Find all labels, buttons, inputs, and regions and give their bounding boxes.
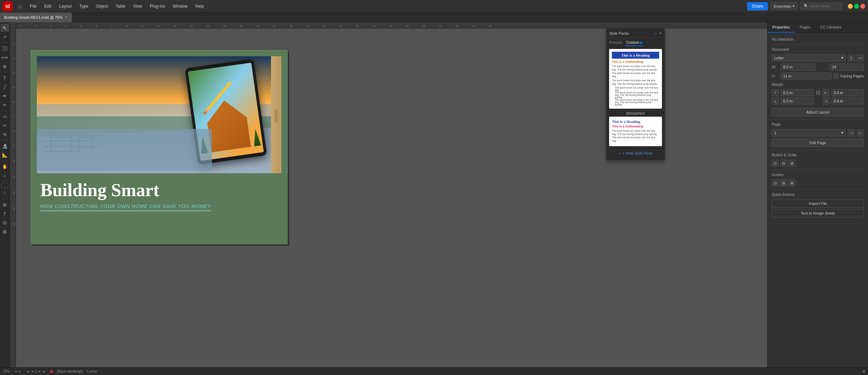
tree-right — [252, 128, 261, 146]
scissors-tool-button[interactable]: ✂ — [1, 121, 9, 130]
page-next-nav[interactable]: ► — [38, 369, 41, 373]
margin-bottom-input[interactable]: 0.5 in — [781, 98, 813, 105]
guide-toggle-3[interactable]: ⊞ — [788, 180, 795, 186]
style-pack-card-1[interactable]: This is a Heading This is a Subheading T… — [609, 49, 662, 109]
no-selection-label: No Selection — [772, 37, 864, 41]
workspace-selector[interactable]: Essentials ▾ — [771, 2, 798, 10]
page-next-button[interactable]: ▷ — [857, 130, 864, 136]
type-tool-button[interactable]: T — [1, 74, 9, 82]
content-collector-button[interactable]: ⊕ — [1, 62, 9, 70]
sp-card2-heading: This is a Heading — [612, 119, 659, 124]
new-style-pack-button[interactable]: + + New Style Pack — [609, 149, 662, 157]
zoom-out-button[interactable]: ◄ — [14, 369, 17, 373]
line-tool-button[interactable]: ╱ — [1, 83, 9, 91]
select-tool-button[interactable]: ↖ — [1, 24, 9, 32]
stroke-color-swatch[interactable]: □ — [1, 189, 9, 197]
eyedropper-tool-button[interactable]: 🔬 — [1, 142, 9, 150]
menu-type[interactable]: Type — [76, 2, 92, 10]
zoom-in-button[interactable]: ► — [18, 369, 22, 373]
text-to-image-button[interactable]: Text to Image (beta) — [772, 209, 864, 217]
margin-right-input[interactable]: 0.5 in — [832, 89, 864, 96]
portrait-button[interactable]: ▯ — [848, 55, 855, 61]
ruler-toggle-2[interactable]: ⊟ — [780, 160, 787, 167]
direct-select-tool-button[interactable]: ↗ — [1, 33, 9, 41]
margin-chain-icon[interactable]: ⛓ — [816, 90, 820, 95]
frame-type-button[interactable]: T — [1, 209, 9, 218]
minimize-button[interactable] — [848, 4, 853, 9]
search-box[interactable]: 🔍 Adobe Stock — [801, 2, 842, 10]
style-packs-title: Style Packs — [609, 31, 629, 35]
ruler-top: 1 2 3 4 5 6 7 8 9 10 11 12 13 14 15 16 1… — [16, 22, 767, 28]
plus-icon: + — [619, 151, 621, 155]
document-tab[interactable]: Building-Smart-REV1.indd @ 75% ✕ — [0, 12, 72, 22]
guide-toggle-2[interactable]: ⊟ — [780, 180, 787, 186]
hand-tool-button[interactable]: ✋ — [1, 162, 9, 170]
transform-tool-button[interactable]: ⟲ — [1, 130, 9, 139]
fill-color-swatch[interactable]: ■ — [2, 183, 8, 188]
width-input[interactable]: 8.5 in — [781, 64, 815, 70]
page-last-nav[interactable]: ► — [42, 369, 46, 373]
ruler-toggle-3[interactable]: ⊞ — [788, 160, 795, 167]
sp-tab-presets[interactable]: Presets — [608, 39, 623, 46]
facing-pages-checkbox[interactable]: ✓ — [834, 74, 838, 78]
import-file-button[interactable]: Import File — [772, 199, 864, 208]
margin-top-input[interactable]: 0.5 in — [781, 89, 813, 96]
rectangle-tool-button[interactable]: ▭ — [1, 112, 9, 120]
menu-right: Share Essentials ▾ 🔍 Adobe Stock — [747, 2, 865, 10]
maximize-button[interactable] — [854, 4, 859, 9]
edit-page-button[interactable]: Edit Page — [772, 139, 864, 147]
divider-5 — [772, 189, 864, 190]
pages-input[interactable]: 24 — [830, 64, 864, 70]
page-prev-button[interactable]: ◁ — [848, 130, 855, 136]
sp-card2-subheading: This is a Subheading — [612, 125, 659, 128]
style-packs-controls: — ✕ — [654, 31, 662, 35]
extra-tool-1[interactable]: ⊠ — [1, 227, 9, 236]
style-packs-expand-button[interactable]: — — [654, 31, 657, 35]
text-frame-button[interactable]: ⊟ — [1, 218, 9, 227]
page-subtitle: HOW CONSTRUCTING YOUR OWN HOME CAN SAVE … — [40, 203, 211, 211]
menu-view[interactable]: View — [130, 2, 146, 10]
adjust-layout-button[interactable]: Adjust Layout — [772, 108, 864, 116]
panel-tab-cc-libraries[interactable]: CC Libraries — [815, 22, 846, 33]
document-preset-select[interactable]: Letter ▾ — [772, 54, 846, 61]
screen-mode-button[interactable]: ⊞ — [862, 369, 865, 373]
home-icon[interactable]: ⌂ — [15, 1, 25, 11]
guide-toggle-1[interactable]: ⊡ — [772, 180, 779, 186]
zoom-tool-button[interactable]: ⌕ — [1, 171, 9, 180]
landscape-button[interactable]: ▭ — [857, 55, 864, 61]
page-tool-button[interactable]: ⬛ — [1, 44, 9, 52]
divider-4 — [772, 169, 864, 170]
menu-object[interactable]: Object — [92, 2, 112, 10]
ruler-toggle-1[interactable]: ⊡ — [772, 160, 779, 167]
menu-layout[interactable]: Layout — [56, 2, 75, 10]
tab-close-button[interactable]: ✕ — [65, 15, 68, 19]
canvas-area[interactable]: 1 2 3 4 5 6 7 8 9 10 11 12 13 14 15 16 1… — [10, 22, 767, 367]
status-bar: 75% ◄ ► ◄ ◄ 1 ► ► [Basic (working)] 1 er… — [0, 367, 868, 375]
sp-card1-body: The quick brown fox jumps over the lazy … — [612, 65, 659, 78]
view-mode-button[interactable]: ⊞ — [1, 200, 9, 209]
height-input[interactable]: 11 in — [781, 73, 832, 80]
menu-file[interactable]: File — [26, 2, 40, 10]
menu-window[interactable]: Window — [169, 2, 191, 10]
gap-tool-button[interactable]: ⟺ — [1, 53, 9, 61]
error-indicator — [50, 370, 53, 373]
guides-title: Guides — [772, 173, 864, 177]
style-packs-close-button[interactable]: ✕ — [659, 31, 662, 35]
page-number-select[interactable]: 1 ▾ — [772, 129, 846, 136]
pencil-tool-button[interactable]: ✏ — [1, 101, 9, 109]
sp-tab-custom[interactable]: Custom — [625, 39, 643, 46]
close-button[interactable] — [860, 4, 865, 9]
style-pack-card-2[interactable]: This is a Heading This is a Subheading T… — [609, 117, 662, 146]
measure-tool-button[interactable]: 📐 — [1, 151, 9, 159]
page-prev-nav[interactable]: ◄ — [26, 369, 30, 373]
menu-help[interactable]: Help — [192, 2, 207, 10]
pen-tool-button[interactable]: ✒ — [1, 92, 9, 100]
share-button[interactable]: Share — [747, 2, 768, 10]
page-first-nav[interactable]: ◄ — [31, 369, 34, 373]
menu-plugins[interactable]: Plug-Ins — [146, 2, 169, 10]
panel-tab-pages[interactable]: Pages — [795, 22, 815, 33]
menu-edit[interactable]: Edit — [41, 2, 55, 10]
panel-tab-properties[interactable]: Properties — [768, 22, 795, 33]
menu-table[interactable]: Table — [112, 2, 129, 10]
margin-left-input[interactable]: 0.5 in — [832, 98, 864, 105]
